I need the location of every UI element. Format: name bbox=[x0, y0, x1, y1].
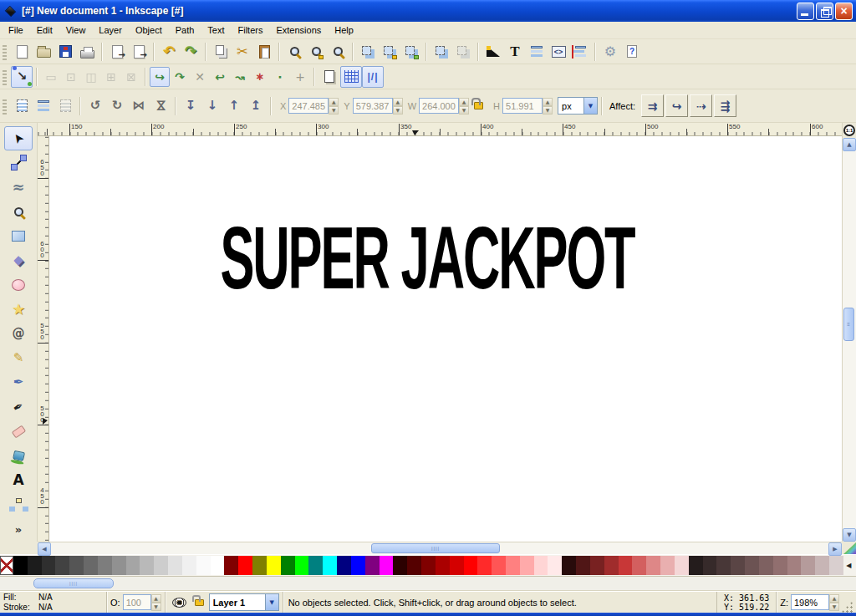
vertical-scroll-thumb[interactable]: ≡ bbox=[843, 308, 854, 341]
h-field[interactable]: 51.991 bbox=[502, 98, 543, 114]
zoom-to-page-button[interactable] bbox=[327, 41, 349, 63]
tool-text[interactable]: A bbox=[4, 468, 33, 492]
palette-swatch[interactable] bbox=[407, 556, 421, 575]
tool-selector[interactable]: ➤ bbox=[4, 126, 33, 150]
scale-stroke-toggle[interactable]: ⇉ bbox=[641, 94, 664, 117]
lower-to-bottom-button[interactable]: ↧ bbox=[180, 95, 201, 117]
rotate-90-ccw-button[interactable]: ↺ bbox=[84, 95, 106, 117]
palette-swatch[interactable] bbox=[619, 556, 633, 575]
units-dropdown[interactable]: px ▼ bbox=[558, 97, 598, 115]
palette-swatch[interactable] bbox=[520, 556, 534, 575]
zoom-field[interactable]: 198% bbox=[791, 594, 829, 610]
cut-button[interactable]: ✂ bbox=[232, 41, 253, 63]
tool-calligraphy[interactable]: ✒ bbox=[4, 395, 33, 420]
palette-swatch[interactable] bbox=[745, 556, 759, 575]
menu-extensions[interactable]: Extensions bbox=[269, 23, 328, 38]
palette-swatch[interactable] bbox=[703, 556, 717, 575]
minimize-button[interactable] bbox=[797, 3, 814, 20]
vertical-ruler[interactable]: 650600550500450 bbox=[38, 136, 49, 542]
group-button[interactable] bbox=[431, 41, 452, 63]
palette-swatch[interactable] bbox=[308, 556, 323, 575]
raise-button[interactable]: ↑ bbox=[223, 95, 245, 117]
tool-eraser[interactable] bbox=[4, 420, 33, 444]
palette-swatch[interactable] bbox=[55, 556, 69, 575]
enable-snapping-button[interactable]: ↘ bbox=[11, 66, 33, 88]
snap-bbox-edges-button[interactable]: ⊡ bbox=[61, 67, 81, 87]
palette-swatch[interactable] bbox=[534, 556, 548, 575]
palette-swatch[interactable] bbox=[576, 556, 590, 575]
w-spinner[interactable]: ▲▼ bbox=[459, 98, 469, 114]
tool-rectangle[interactable] bbox=[4, 224, 33, 248]
move-gradients-toggle[interactable]: ⇢ bbox=[690, 94, 712, 117]
copy-button[interactable] bbox=[210, 41, 232, 63]
palette-swatch[interactable] bbox=[604, 556, 619, 575]
palette-swatch[interactable] bbox=[98, 556, 112, 575]
palette-swatch[interactable] bbox=[252, 556, 267, 575]
undo-button[interactable]: ↶ bbox=[158, 41, 180, 63]
snap-guides-button[interactable]: |/| bbox=[362, 66, 384, 88]
import-button[interactable]: → bbox=[106, 41, 128, 63]
palette-swatch[interactable] bbox=[632, 556, 646, 575]
toolbar-grip[interactable] bbox=[3, 98, 7, 115]
layer-visibility-eye-icon[interactable] bbox=[172, 598, 186, 608]
palette-scrollbar[interactable]: |||| bbox=[0, 577, 856, 591]
unlink-clone-button[interactable] bbox=[400, 41, 422, 63]
snap-bbox-corners-button[interactable]: ◫ bbox=[81, 67, 101, 87]
snap-object-centers-button[interactable]: ∙ bbox=[270, 67, 290, 87]
select-all-button[interactable] bbox=[11, 95, 33, 117]
scale-corners-toggle[interactable]: ↪ bbox=[665, 94, 688, 117]
palette-swatch[interactable] bbox=[168, 556, 182, 575]
scroll-left-button[interactable]: ◀ bbox=[38, 542, 51, 556]
print-button[interactable] bbox=[76, 41, 98, 63]
menu-help[interactable]: Help bbox=[328, 23, 360, 38]
palette-swatch-none[interactable] bbox=[0, 556, 13, 575]
snap-page-border-button[interactable] bbox=[318, 66, 340, 88]
palette-swatch[interactable] bbox=[477, 556, 492, 575]
align-distribute-button[interactable] bbox=[569, 41, 591, 63]
snap-smooth-nodes-button[interactable]: ↝ bbox=[230, 67, 250, 87]
palette-swatch[interactable] bbox=[562, 556, 576, 575]
tool-star[interactable]: ★ bbox=[4, 298, 33, 322]
menu-view[interactable]: View bbox=[59, 23, 93, 38]
palette-swatch[interactable] bbox=[421, 556, 436, 575]
palette-swatch[interactable] bbox=[295, 556, 309, 575]
zoom-spinner[interactable]: ▲▼ bbox=[829, 594, 839, 610]
menu-layer[interactable]: Layer bbox=[92, 23, 129, 38]
y-field[interactable]: 579.387 bbox=[353, 98, 393, 114]
text-dialog-button[interactable]: T bbox=[504, 41, 526, 63]
close-button[interactable]: × bbox=[835, 3, 853, 20]
flip-vertical-button[interactable]: ⋈ bbox=[150, 95, 171, 117]
opacity-field[interactable]: 100 bbox=[123, 594, 151, 610]
color-management-icon[interactable] bbox=[843, 542, 856, 554]
palette-swatch[interactable] bbox=[590, 556, 604, 575]
snap-rotation-centers-button[interactable]: + bbox=[290, 67, 310, 87]
palette-swatch[interactable] bbox=[238, 556, 252, 575]
tool-pencil[interactable]: ✎ bbox=[4, 346, 33, 370]
toolbar-grip[interactable] bbox=[3, 43, 7, 60]
export-button[interactable]: → bbox=[128, 41, 150, 63]
palette-swatch[interactable] bbox=[646, 556, 660, 575]
fill-stroke-dialog-button[interactable] bbox=[482, 41, 504, 63]
w-field[interactable]: 264.000 bbox=[419, 98, 459, 114]
palette-swatch[interactable] bbox=[267, 556, 281, 575]
layers-dialog-button[interactable] bbox=[526, 41, 548, 63]
horizontal-scroll-thumb[interactable]: |||| bbox=[371, 543, 500, 553]
palette-swatch[interactable] bbox=[196, 556, 211, 575]
tool-paint-bucket[interactable] bbox=[4, 444, 33, 468]
duplicate-button[interactable] bbox=[357, 41, 379, 63]
toolbar-grip[interactable] bbox=[3, 69, 7, 85]
vertical-scroll-track[interactable]: ≡ bbox=[843, 151, 856, 528]
snap-bbox-edge-midpoints-button[interactable]: ⊞ bbox=[101, 67, 121, 87]
horizontal-ruler[interactable]: 150200250300350400450500550600 bbox=[38, 123, 842, 136]
palette-swatch[interactable] bbox=[112, 556, 126, 575]
tool-3d-box[interactable]: ◆ bbox=[4, 248, 33, 272]
palette-swatch[interactable] bbox=[759, 556, 773, 575]
document-properties-button[interactable]: ? bbox=[621, 41, 643, 63]
snap-bounding-box-button[interactable]: ▭ bbox=[41, 67, 61, 87]
palette-swatch[interactable] bbox=[506, 556, 520, 575]
paste-button[interactable] bbox=[253, 41, 275, 63]
horizontal-scroll-track[interactable]: |||| bbox=[51, 542, 828, 554]
palette-swatch[interactable] bbox=[211, 556, 225, 575]
snap-bbox-centers-button[interactable]: ⊠ bbox=[121, 67, 141, 87]
tool-connector[interactable] bbox=[4, 493, 33, 517]
